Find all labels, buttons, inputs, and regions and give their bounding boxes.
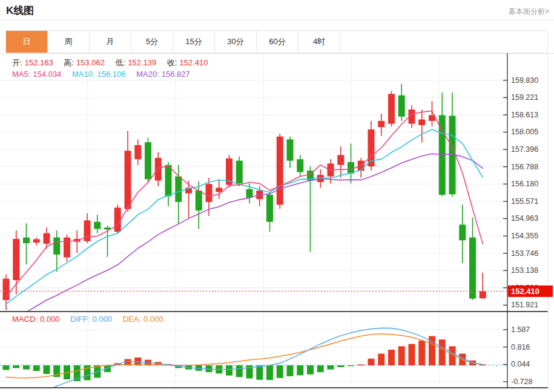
- kline-chart[interactable]: 159.830159.221158.613158.005157.396156.7…: [0, 0, 554, 392]
- current-price-badge: 152.410: [508, 286, 553, 297]
- ma5-line: [6, 111, 483, 296]
- macd-axis-label: 0.044: [511, 360, 530, 368]
- price-axis: 159.830159.221158.613158.005157.396156.7…: [503, 76, 538, 310]
- price-axis-label: 156.180: [511, 180, 538, 188]
- kline-app: K线图 基本面分析> 日 周 月 5分 15分 30分 60分 4时 159.8…: [0, 0, 554, 392]
- price-axis-label: 153.746: [511, 249, 538, 258]
- price-axis-label: 154.355: [511, 232, 538, 240]
- price-axis-label: 155.571: [511, 197, 538, 206]
- price-axis-label: 158.613: [511, 111, 538, 119]
- price-axis-label: 158.005: [511, 128, 538, 136]
- macd-histogram: [3, 336, 486, 381]
- ma-lines: [6, 111, 483, 325]
- price-axis-label: 154.963: [511, 214, 538, 223]
- macd-axis-label: 0.816: [511, 343, 530, 351]
- candles: [3, 84, 486, 310]
- price-axis-label: 153.138: [511, 266, 538, 275]
- price-axis-label: 159.221: [511, 93, 538, 102]
- price-axis-label: 159.830: [511, 76, 538, 85]
- price-axis-label: 157.396: [511, 145, 538, 154]
- ma10-line: [6, 129, 483, 304]
- current-price-value: 152.410: [511, 287, 539, 296]
- macd-axis-label: 1.587: [511, 325, 530, 334]
- price-axis-label: 151.921: [511, 301, 538, 309]
- macd-axis-label: -0.728: [511, 377, 532, 386]
- price-axis-label: 156.788: [511, 163, 538, 171]
